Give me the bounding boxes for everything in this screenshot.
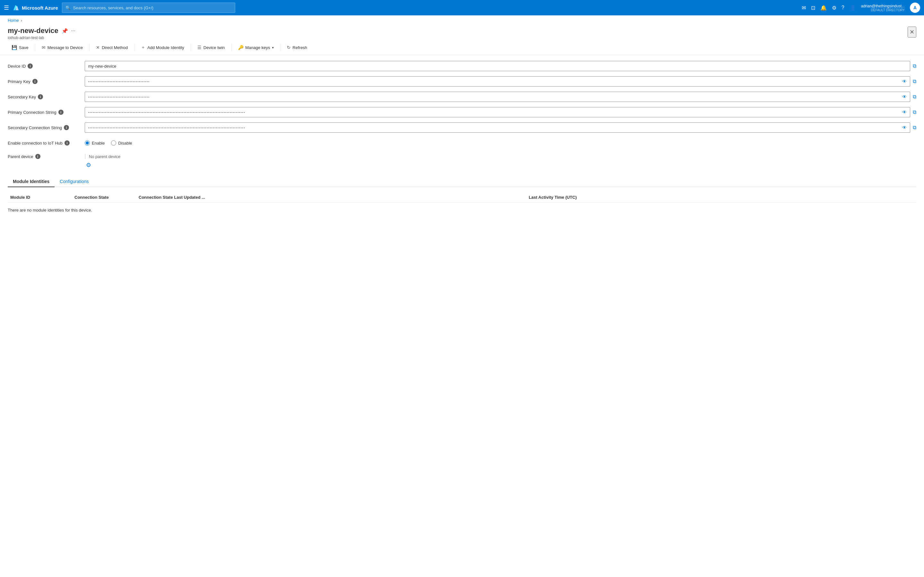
secondary-key-row: Secondary Key i ••••••••••••••••••••••••… <box>8 91 916 103</box>
direct-method-label: Direct Method <box>102 45 128 50</box>
device-id-field-wrap: ⧉ <box>85 61 916 71</box>
device-twin-icon: ☰ <box>197 45 202 50</box>
refresh-icon: ↻ <box>287 45 291 50</box>
breadcrumb-separator: › <box>21 18 22 23</box>
primary-key-label: Primary Key i <box>8 79 85 84</box>
message-icon: ✉ <box>42 45 45 50</box>
parent-device-settings-button[interactable]: ⚙ <box>85 160 92 170</box>
primary-key-dots: •••••••••••••••••••••••••••••••••••••••• <box>88 80 902 83</box>
message-label: Message to Device <box>47 45 83 50</box>
primary-key-field-wrap: ••••••••••••••••••••••••••••••••••••••••… <box>85 76 916 87</box>
manage-keys-button[interactable]: 🔑 Manage keys ▾ <box>234 43 278 52</box>
secondary-key-label: Secondary Key i <box>8 94 85 99</box>
tabs: Module Identities Configurations <box>8 176 916 187</box>
refresh-label: Refresh <box>292 45 307 50</box>
device-id-copy-icon[interactable]: ⧉ <box>913 63 916 69</box>
key-icon: 🔑 <box>238 45 244 50</box>
close-button[interactable]: ✕ <box>908 27 916 37</box>
user-info: adrian@thethingsindust... DEFAULT DIRECT… <box>861 4 905 12</box>
manage-keys-label: Manage keys <box>246 45 270 50</box>
table-header-module-id: Module ID <box>8 195 72 200</box>
global-search[interactable]: 🔍 Search resources, services, and docs (… <box>62 3 235 13</box>
page-header-left: my-new-device 📌 ··· iothub-adrian-test-l… <box>8 27 75 40</box>
message-to-device-button[interactable]: ✉ Message to Device <box>38 43 87 52</box>
primary-key-row: Primary Key i ••••••••••••••••••••••••••… <box>8 76 916 87</box>
notifications-icon[interactable]: 🔔 <box>821 5 827 11</box>
enable-radio-text: Enable <box>92 141 105 145</box>
secondary-conn-eye-icon[interactable]: 👁 <box>902 125 907 130</box>
save-button[interactable]: 💾 Save <box>8 43 32 52</box>
search-placeholder: Search resources, services, and docs (G+… <box>73 5 153 10</box>
primary-conn-row: Primary Connection String i ••••••••••••… <box>8 106 916 118</box>
secondary-conn-copy-icon[interactable]: ⧉ <box>913 125 916 131</box>
parent-device-info-icon[interactable]: i <box>35 154 40 159</box>
pin-icon[interactable]: 📌 <box>61 28 68 34</box>
directory-icon[interactable]: 👤 <box>850 5 856 11</box>
navbar: ☰ Microsoft Azure 🔍 Search resources, se… <box>0 0 924 15</box>
disable-radio-label[interactable]: Disable <box>111 140 132 145</box>
primary-conn-eye-icon[interactable]: 👁 <box>902 110 907 115</box>
more-icon[interactable]: ··· <box>71 28 75 34</box>
table-header-conn-state: Connection State <box>72 195 136 200</box>
tab-configurations[interactable]: Configurations <box>55 176 94 187</box>
secondary-key-info-icon[interactable]: i <box>38 94 43 99</box>
add-module-label: Add Module Identity <box>147 45 184 50</box>
no-parent-text: No parent device <box>85 154 120 159</box>
toolbar: 💾 Save ✉ Message to Device ✕ Direct Meth… <box>0 40 924 55</box>
direct-method-button[interactable]: ✕ Direct Method <box>92 43 132 52</box>
page-title: my-new-device <box>8 27 58 35</box>
primary-key-input: ••••••••••••••••••••••••••••••••••••••••… <box>85 76 910 87</box>
primary-conn-copy-icon[interactable]: ⧉ <box>913 109 916 115</box>
avatar[interactable]: A <box>910 3 920 13</box>
secondary-conn-field-wrap: ••••••••••••••••••••••••••••••••••••••••… <box>85 122 916 133</box>
primary-key-info-icon[interactable]: i <box>32 79 37 84</box>
user-dir: DEFAULT DIRECTORY <box>871 8 905 12</box>
breadcrumb-home[interactable]: Home <box>8 18 19 23</box>
add-icon: ＋ <box>141 45 145 50</box>
toolbar-divider-3 <box>134 44 134 51</box>
refresh-button[interactable]: ↻ Refresh <box>283 43 311 52</box>
brand-name: Microsoft Azure <box>22 5 58 11</box>
device-id-info-icon[interactable]: i <box>27 63 33 69</box>
email-icon[interactable]: ✉ <box>802 5 806 11</box>
primary-key-copy-icon[interactable]: ⧉ <box>913 79 916 84</box>
table-header: Module ID Connection State Connection St… <box>8 192 916 203</box>
secondary-conn-row: Secondary Connection String i ••••••••••… <box>8 122 916 133</box>
logo: Microsoft Azure <box>13 5 58 11</box>
secondary-conn-dots: ••••••••••••••••••••••••••••••••••••••••… <box>88 126 902 129</box>
parent-device-row: Parent device i No parent device ⚙ <box>8 153 916 170</box>
primary-key-eye-icon[interactable]: 👁 <box>902 79 907 84</box>
secondary-key-copy-icon[interactable]: ⧉ <box>913 94 916 100</box>
primary-conn-label: Primary Connection String i <box>8 110 85 115</box>
primary-conn-info-icon[interactable]: i <box>58 110 63 115</box>
enable-radio-label[interactable]: Enable <box>85 140 105 145</box>
device-id-input[interactable] <box>85 61 910 71</box>
azure-logo-icon <box>13 5 19 11</box>
secondary-key-field-wrap: ••••••••••••••••••••••••••••••••••••••••… <box>85 92 916 102</box>
toolbar-divider-4 <box>191 44 191 51</box>
toolbar-divider-5 <box>231 44 232 51</box>
settings-icon[interactable]: ⚙ <box>832 5 837 11</box>
disable-radio[interactable] <box>111 140 116 145</box>
tab-module-identities[interactable]: Module Identities <box>8 176 55 187</box>
breadcrumb: Home › <box>0 15 924 25</box>
secondary-key-dots: •••••••••••••••••••••••••••••••••••••••• <box>88 95 902 98</box>
iot-hub-row: Enable connection to IoT Hub i Enable Di… <box>8 137 916 149</box>
parent-device-label: Parent device i <box>8 154 85 159</box>
secondary-key-eye-icon[interactable]: 👁 <box>902 94 907 99</box>
hamburger-icon[interactable]: ☰ <box>4 4 9 11</box>
iot-hub-info-icon[interactable]: i <box>65 140 69 145</box>
enable-radio[interactable] <box>85 140 90 145</box>
device-twin-button[interactable]: ☰ Device twin <box>194 43 228 52</box>
secondary-conn-info-icon[interactable]: i <box>64 125 69 130</box>
navbar-icons: ✉ ⊡ 🔔 ⚙ ? 👤 adrian@thethingsindust... DE… <box>802 3 920 13</box>
help-icon[interactable]: ? <box>842 5 845 11</box>
save-label: Save <box>19 45 29 50</box>
add-module-button[interactable]: ＋ Add Module Identity <box>137 43 188 52</box>
parent-device-field-wrap: No parent device ⚙ <box>85 154 916 170</box>
table-header-last-activity: Last Activity Time (UTC) <box>526 195 916 200</box>
primary-conn-input: ••••••••••••••••••••••••••••••••••••••••… <box>85 107 910 117</box>
feedback-icon[interactable]: ⊡ <box>811 5 815 11</box>
secondary-conn-input: ••••••••••••••••••••••••••••••••••••••••… <box>85 122 910 133</box>
page-title-row: my-new-device 📌 ··· <box>8 27 75 35</box>
